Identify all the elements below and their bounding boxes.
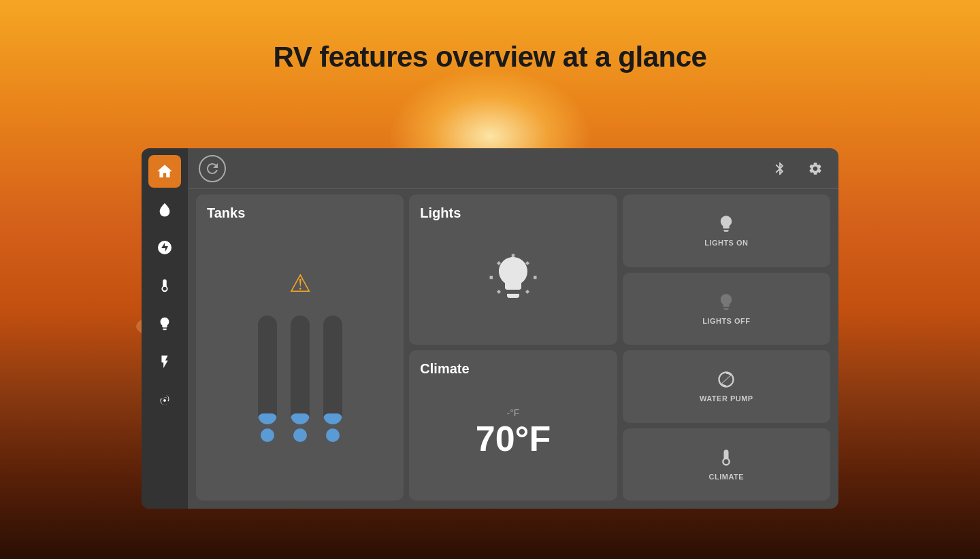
- climate-title: Climate: [420, 361, 469, 377]
- grid-area: Tanks ⚠: [188, 189, 838, 509]
- lights-on-label: LIGHTS ON: [704, 239, 748, 247]
- lights-icon-area: [489, 221, 538, 334]
- tank-dot-1: [261, 428, 274, 442]
- water-pump-icon: [717, 370, 736, 389]
- climate-button[interactable]: CLIMATE: [623, 428, 830, 501]
- tanks-title: Tanks: [207, 205, 245, 221]
- header-right: [768, 156, 828, 181]
- lights-title: Lights: [420, 205, 461, 221]
- tank-fill-3: [323, 413, 342, 424]
- main-content: Tanks ⚠: [188, 148, 838, 509]
- tank-bar-3: [323, 316, 342, 442]
- lights-on-button[interactable]: LIGHTS ON: [623, 194, 830, 267]
- page-title: RV features overview at a glance: [0, 41, 980, 73]
- header: [188, 148, 838, 189]
- lights-card[interactable]: Lights: [409, 194, 617, 345]
- svg-line-6: [497, 291, 500, 293]
- sidebar-item-water[interactable]: [148, 193, 181, 226]
- tanks-content: ⚠: [207, 221, 393, 490]
- svg-line-4: [497, 262, 500, 265]
- warning-icon: ⚠: [289, 269, 311, 298]
- bluetooth-button[interactable]: [768, 156, 792, 181]
- sidebar: [142, 148, 188, 509]
- sidebar-item-energy[interactable]: [148, 231, 181, 264]
- sidebar-item-lights[interactable]: [148, 307, 181, 340]
- lights-off-label: LIGHTS OFF: [702, 317, 750, 325]
- tanks-bars: [258, 306, 342, 442]
- tank-dot-3: [326, 428, 340, 442]
- refresh-button[interactable]: [199, 155, 226, 182]
- sidebar-item-temperature[interactable]: [148, 269, 181, 302]
- tank-track-2: [291, 316, 310, 424]
- tank-track-1: [258, 316, 277, 424]
- sidebar-item-power[interactable]: [148, 345, 181, 378]
- climate-card[interactable]: Climate -°F 70°F: [409, 350, 617, 501]
- tank-fill-2: [291, 413, 310, 424]
- dashboard: Tanks ⚠: [142, 148, 838, 509]
- climate-temperature: 70°F: [476, 418, 551, 459]
- lights-off-button[interactable]: LIGHTS OFF: [623, 273, 830, 345]
- tank-dot-2: [293, 428, 307, 442]
- settings-button[interactable]: [803, 156, 828, 181]
- tank-bar-2: [291, 316, 310, 442]
- sidebar-item-home[interactable]: [148, 155, 181, 188]
- tanks-card[interactable]: Tanks ⚠: [196, 194, 404, 501]
- water-pump-label: WATER PUMP: [700, 394, 753, 403]
- lights-off-icon: [717, 292, 736, 311]
- svg-line-1: [526, 262, 528, 265]
- climate-unit: -°F: [507, 407, 520, 418]
- tank-track-3: [323, 316, 342, 424]
- header-left: [199, 155, 768, 182]
- lights-bulb-icon: [489, 253, 538, 302]
- actions-card: LIGHTS ON LIGHTS OFF WATER PUMP: [623, 194, 830, 501]
- tank-bar-1: [258, 316, 277, 442]
- sidebar-item-fan[interactable]: [148, 384, 181, 416]
- svg-line-3: [526, 291, 528, 293]
- climate-icon: [717, 448, 736, 467]
- lights-on-icon: [717, 214, 736, 233]
- climate-display: -°F 70°F: [476, 377, 551, 490]
- water-pump-button[interactable]: WATER PUMP: [623, 350, 830, 423]
- tank-fill-1: [258, 413, 277, 424]
- climate-action-label: CLIMATE: [709, 473, 745, 481]
